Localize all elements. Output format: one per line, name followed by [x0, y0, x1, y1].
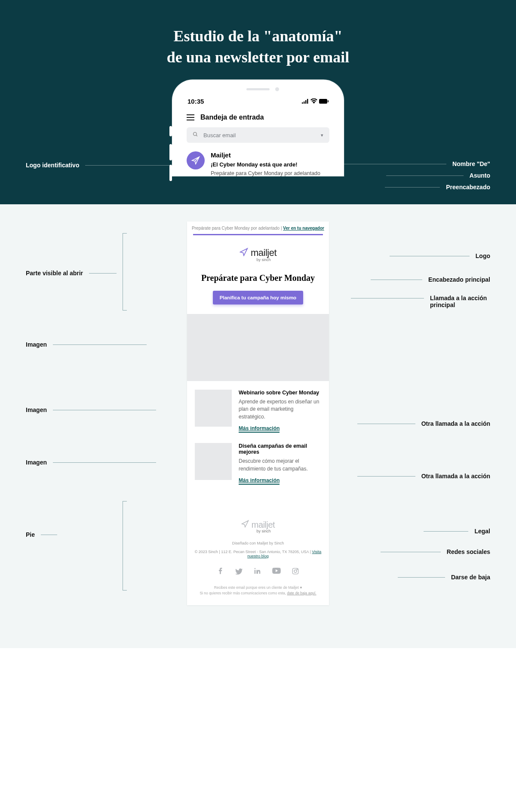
svg-line-7 [196, 135, 197, 136]
row1-title: Webinario sobre Cyber Monday [239, 390, 321, 396]
callout-image-1: Imagen [26, 341, 147, 348]
content-row-1: Webinario sobre Cyber Monday Aprende de … [187, 381, 329, 434]
row2-link[interactable]: Más información [239, 477, 280, 485]
svg-rect-2 [305, 100, 307, 104]
footer-legal: © 2023 Sinch | 112 E. Pecan Street - San… [193, 550, 323, 558]
callout-subject: Asunto [386, 172, 490, 179]
callout-h1: Encabezado principal [371, 276, 490, 283]
email-body-section: Parte visible al abrir Logo Encabezado p… [0, 204, 516, 648]
footer-designed: Diseñado con Mailjet by Sinch [193, 541, 323, 545]
email-preview[interactable]: Mailjet ¡El Cyber Monday está que arde! … [178, 143, 338, 176]
callout-preheader: Preencabezado [385, 184, 490, 191]
paper-plane-icon [191, 156, 200, 165]
phone-mockup: 10:35 Bandeja de entrada [172, 80, 344, 176]
wifi-icon [310, 98, 317, 105]
brand-byline: by sinch [198, 258, 329, 262]
facebook-icon[interactable] [217, 568, 224, 577]
menu-icon[interactable] [187, 114, 194, 120]
hero-image-placeholder [187, 314, 329, 381]
thumb-image-1 [195, 390, 232, 427]
search-placeholder: Buscar email [203, 132, 236, 138]
twitter-icon[interactable] [235, 568, 243, 577]
svg-rect-0 [302, 102, 303, 104]
fold-bracket [123, 233, 127, 311]
svg-rect-1 [304, 102, 305, 104]
brand-name: mailjet [251, 247, 276, 258]
view-in-browser-link[interactable]: Ver en tu navegador [283, 226, 324, 231]
preheader-line: Prepárate para Cyber Monday por adelanta… [187, 221, 329, 234]
svg-point-6 [194, 132, 197, 136]
svg-point-9 [294, 570, 297, 572]
sender-avatar [187, 151, 205, 169]
row2-body: Descubre cómo mejorar el rendimiento de … [239, 458, 321, 473]
email-headline: Prepárate para Cyber Monday [187, 265, 329, 291]
callout-from: Nombre "De" [321, 160, 490, 167]
callout-footer: Pie [26, 531, 57, 538]
callout-cta-main: Llamada a la acción principal [351, 295, 490, 308]
search-input[interactable]: Buscar email ▾ [187, 127, 329, 143]
email-preheader: Prepárate para Cyber Monday por adelanta… [211, 170, 320, 176]
callout-image-2: Imagen [26, 406, 156, 413]
social-icons [193, 568, 323, 577]
svg-rect-4 [319, 99, 327, 104]
search-icon [193, 132, 198, 138]
chevron-down-icon: ▾ [321, 132, 323, 138]
linkedin-icon[interactable] [254, 568, 261, 577]
callout-logo-id: Logo identificativo [26, 162, 177, 169]
svg-rect-5 [328, 100, 329, 102]
callout-other-cta-2: Otra llamada a la acción [357, 473, 490, 480]
paper-plane-icon [241, 520, 249, 529]
paper-plane-icon [240, 248, 248, 258]
sender-name: Mailjet [211, 151, 320, 159]
unsubscribe-link[interactable]: date de baja aquí. [287, 591, 316, 595]
footer-tiny: Recibes este email porque eres un client… [193, 585, 323, 596]
status-bar: 10:35 [178, 95, 338, 109]
callout-image-3: Imagen [26, 459, 156, 466]
instagram-icon[interactable] [292, 568, 299, 577]
content-row-2: Diseña campañas de email mejores Descubr… [187, 434, 329, 495]
row1-link[interactable]: Más información [239, 425, 280, 433]
hero-section: Estudio de la "anatomía" de una newslett… [0, 0, 516, 204]
footer-bracket [123, 501, 127, 591]
clock: 10:35 [187, 98, 204, 105]
svg-point-10 [297, 569, 298, 570]
callout-logo: Logo [390, 252, 490, 259]
email-logo: mailjet by sinch [187, 235, 329, 265]
email-footer: mailjet by sinch Diseñado con Mailjet by… [187, 495, 329, 606]
youtube-icon[interactable] [272, 568, 281, 577]
email-card: Prepárate para Cyber Monday por adelanta… [187, 221, 329, 605]
primary-cta-button[interactable]: Planifica tu campaña hoy mismo [213, 291, 303, 304]
signal-icon [302, 98, 309, 105]
callout-legal: Legal [424, 528, 490, 535]
thumb-image-2 [195, 443, 232, 480]
callout-unsubscribe: Darse de baja [398, 574, 490, 581]
page-title: Estudio de la "anatomía" de una newslett… [0, 26, 516, 68]
callout-other-cta-1: Otra llamada a la acción [357, 420, 490, 427]
battery-icon [319, 98, 329, 105]
svg-rect-3 [307, 99, 308, 104]
callout-fold: Parte visible al abrir [26, 270, 117, 277]
callout-social: Redes sociales [381, 548, 490, 555]
status-icons [302, 98, 329, 105]
row2-title: Diseña campañas de email mejores [239, 443, 321, 455]
footer-logo: mailjet by sinch [193, 508, 323, 537]
inbox-header: Bandeja de entrada [178, 109, 338, 127]
row1-body: Aprende de expertos en diseñar un plan d… [239, 398, 321, 421]
email-subject: ¡El Cyber Monday está que arde! [211, 161, 320, 168]
inbox-title: Bandeja de entrada [200, 114, 264, 121]
